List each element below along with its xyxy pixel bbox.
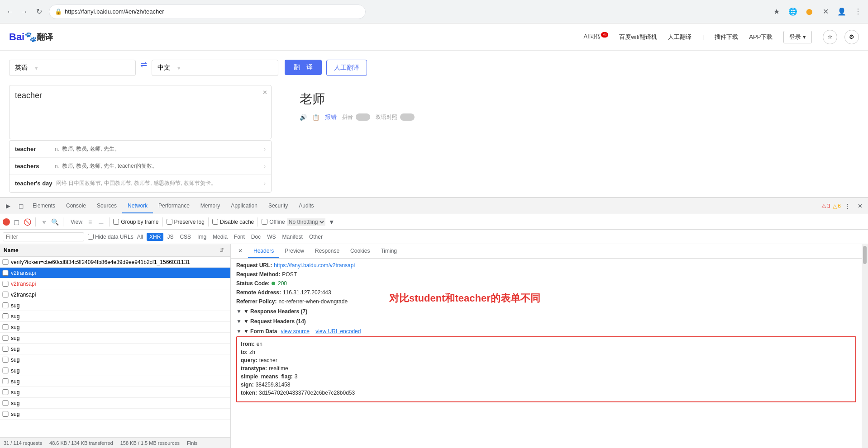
row-checkbox-0[interactable] [2,259,9,265]
extension-icon[interactable]: ⬤ [803,5,816,18]
human-translate-button[interactable]: 人工翻译 [326,60,367,76]
filter-other[interactable]: Other [306,233,325,241]
network-row-verify[interactable]: verify?token=cbe60cd8f34c9f24094fb86e4e3… [0,257,230,268]
detail-scrollbar[interactable] [862,244,868,448]
row-checkbox-6[interactable] [2,324,9,330]
network-row-sug-14[interactable]: sug [0,409,230,420]
network-row-sug-8[interactable]: sug [0,344,230,354]
network-row-v2transapi-3[interactable]: v2transapi [0,289,230,300]
close-devtools-button[interactable]: ✕ [854,200,866,212]
pinyin-toggle-switch[interactable] [356,113,370,121]
profile-icon[interactable]: 🌐 [787,5,799,18]
input-text[interactable]: teacher [10,85,271,106]
copy-icon[interactable]: 📋 [312,114,320,121]
filter-media[interactable]: Media [210,233,230,241]
network-row-sug-4[interactable]: sug [0,300,230,311]
tab-console[interactable]: Console [61,199,91,213]
device-toggle-button[interactable]: ◫ [14,200,27,212]
row-checkbox-12[interactable] [2,389,9,395]
network-row-sug-7[interactable]: sug [0,333,230,344]
filter-button[interactable]: ▿ [39,217,48,226]
filter-manifest[interactable]: Manifest [280,233,305,241]
network-row-sug-11[interactable]: sug [0,376,230,387]
list-view-button[interactable]: ≡ [86,217,95,226]
settings-icon[interactable]: ⚙ [844,30,859,44]
row-checkbox-2[interactable] [2,281,9,287]
view-source-link[interactable]: view source [281,328,309,335]
tab-performance[interactable]: Performance [153,199,195,213]
tab-audits[interactable]: Audits [293,199,319,213]
app-download-link[interactable]: APP下载 [749,33,773,41]
bilingual-toggle-switch[interactable] [400,113,415,121]
network-row-sug-5[interactable]: sug [0,311,230,322]
disable-cache-checkbox[interactable]: Disable cache [212,219,254,225]
wifi-translator-link[interactable]: 百度wifi翻译机 [619,33,657,41]
offline-checkbox[interactable]: Offline [262,219,285,225]
menu-icon[interactable]: ⋮ [852,5,864,18]
request-url-val[interactable]: https://fanyi.baidu.com/v2transapi [274,262,355,269]
report-error-link[interactable]: 报错 [325,113,337,121]
filter-css[interactable]: CSS [177,233,194,241]
filter-img[interactable]: Img [195,233,209,241]
save-icon[interactable]: ☆ [823,30,837,44]
response-headers-toggle[interactable]: ▼ ▼ Response Headers (7) [236,308,856,315]
stop-button[interactable]: ▢ [12,217,21,226]
login-button[interactable]: 登录 ▾ [783,31,812,43]
tab-memory[interactable]: Memory [195,199,225,213]
row-checkbox-5[interactable] [2,313,9,319]
network-row-v2transapi-selected[interactable]: v2transapi [0,268,230,278]
address-bar[interactable]: 🔒 https://fanyi.baidu.com/#en/zh/teacher [49,5,366,19]
swap-language-button[interactable]: ⇌ [140,60,147,70]
tab-sources[interactable]: Sources [91,199,122,213]
row-checkbox-7[interactable] [2,335,9,341]
network-row-sug-12[interactable]: sug [0,387,230,398]
network-row-sug-6[interactable]: sug [0,322,230,333]
record-button[interactable] [3,218,10,226]
filter-ws[interactable]: WS [264,233,278,241]
network-row-sug-10[interactable]: sug [0,365,230,376]
ai-tongchuan-link[interactable]: AI同传AI [583,33,608,41]
hide-data-urls-checkbox[interactable]: Hide data URLs [88,234,134,240]
to-language-selector[interactable]: 中文 ▾ [152,60,278,76]
view-url-encoded-link[interactable]: view URL encoded [315,328,361,335]
from-lang-text[interactable]: 英语 [10,60,33,75]
filter-xhr[interactable]: XHR [147,233,163,241]
to-lang-text[interactable]: 中文 [152,60,176,75]
filter-font[interactable]: Font [231,233,248,241]
detail-tab-timing[interactable]: Timing [375,245,402,258]
reload-button[interactable]: ↻ [33,5,45,18]
back-button[interactable]: ← [4,5,16,18]
inspect-element-button[interactable]: ▶ [2,200,14,212]
detail-tab-response[interactable]: Response [310,245,345,258]
detail-tab-close[interactable]: ✕ [233,245,248,258]
plugin-download-link[interactable]: 插件下载 [715,33,738,41]
detail-tab-cookies[interactable]: Cookies [345,245,375,258]
search-button[interactable]: 🔍 [50,217,59,226]
forward-button[interactable]: → [18,5,31,18]
translate-button[interactable]: 翻 译 [285,60,322,75]
tab-network[interactable]: Network [122,199,153,213]
filter-doc[interactable]: Doc [248,233,263,241]
input-clear-button[interactable]: ✕ [262,89,267,96]
tab-application[interactable]: Application [225,199,263,213]
more-tools-button[interactable]: ⋮ [841,200,854,212]
row-checkbox-3[interactable] [2,292,9,297]
request-headers-toggle[interactable]: ▼ ▼ Request Headers (14) [236,318,856,325]
form-data-toggle[interactable]: ▼ ▼ Form Data view source view URL encod… [236,328,856,335]
detail-tab-headers[interactable]: Headers [248,245,279,258]
human-translate-link[interactable]: 人工翻译 [668,33,692,41]
filter-input[interactable] [3,232,84,241]
tab-elements[interactable]: Elements [27,199,61,213]
close-extension-icon[interactable]: ✕ [819,5,832,18]
filter-js[interactable]: JS [164,233,176,241]
bookmark-icon[interactable]: ★ [770,5,783,18]
throttle-select[interactable]: No throttling [287,218,325,226]
row-checkbox-8[interactable] [2,346,9,352]
group-by-frame-checkbox[interactable]: Group by frame [113,219,158,225]
suggestion-teacher[interactable]: teacher n. 教师, 教员, 老师, 先生。 › [10,141,271,158]
throttle-down-arrow[interactable]: ▼ [327,217,336,226]
network-row-sug-13[interactable]: sug [0,398,230,409]
preserve-log-checkbox[interactable]: Preserve log [167,219,205,225]
detail-tab-preview[interactable]: Preview [279,245,310,258]
row-checkbox-4[interactable] [2,302,9,308]
